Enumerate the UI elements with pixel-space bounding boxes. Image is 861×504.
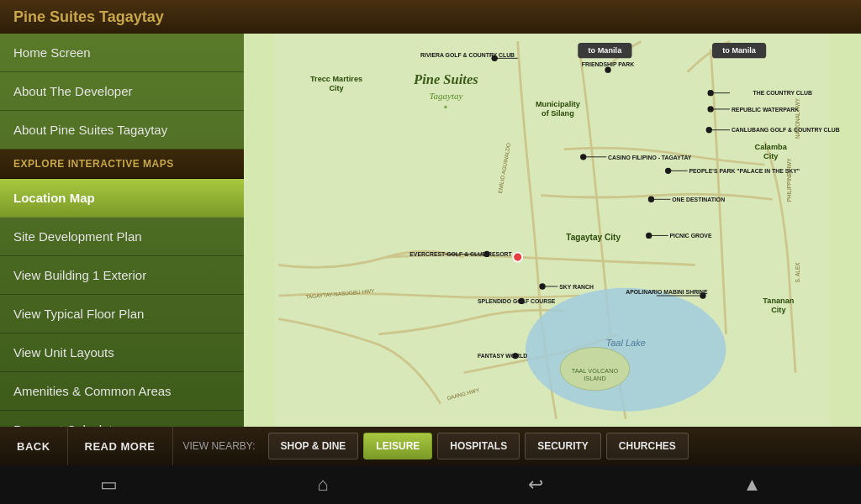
nearby-btn-security[interactable]: SECURITY [525,433,601,459]
read-more-button[interactable]: READ MORE [68,427,173,465]
svg-text:Trecc Martires: Trecc Martires [310,75,362,83]
svg-text:PHILIPPINE HWY: PHILIPPINE HWY [786,158,792,202]
app-title: Pine Suites Tagaytay [13,8,164,26]
sidebar-item-view-building-exterior[interactable]: View Building 1 Exterior [0,256,244,295]
map-area: Pine Suites Tagaytay ⁕ to Manila to Mani… [244,34,861,427]
sidebar-header-explore-header: EXPLORE INTERACTIVE MAPS [0,150,244,179]
svg-text:FRIENDSHIP PARK: FRIENDSHIP PARK [582,61,634,67]
svg-text:TAAL VOLCANO: TAAL VOLCANO [572,367,619,375]
nav-back-icon[interactable]: ↩ [511,467,560,502]
sidebar-item-location-map[interactable]: Location Map [0,179,244,218]
svg-text:Tagaytay City: Tagaytay City [566,233,621,242]
sidebar-item-site-development[interactable]: Site Development Plan [0,218,244,256]
svg-text:ONE DESTINATION: ONE DESTINATION [672,197,725,202]
svg-text:PICNIC GROVE: PICNIC GROVE [669,233,711,239]
bottom-bar: BACK READ MORE VIEW NEARBY: SHOP & DINEL… [0,427,861,465]
svg-text:RIVIERA GOLF & COUNTRY CLUB: RIVIERA GOLF & COUNTRY CLUB [420,52,515,58]
nearby-btn-churches[interactable]: CHURCHES [606,433,689,459]
svg-text:EVERCREST GOLF & CLUB RESORT: EVERCREST GOLF & CLUB RESORT [409,251,512,257]
svg-text:THE COUNTRY CLUB: THE COUNTRY CLUB [753,90,812,96]
svg-text:City: City [771,306,786,314]
svg-text:CANLUBANG GOLF & COUNTRY CLUB: CANLUBANG GOLF & COUNTRY CLUB [732,127,840,133]
svg-text:SKY RANCH: SKY RANCH [559,284,594,290]
sidebar-item-about-pine-suites[interactable]: About Pine Suites Tagaytay [0,111,244,150]
sidebar-item-amenities[interactable]: Amenities & Common Areas [0,372,244,411]
view-nearby-label: VIEW NEARBY: [173,440,266,452]
svg-text:FANTASY WORLD: FANTASY WORLD [478,353,527,359]
nav-home-icon[interactable]: ⌂ [300,467,345,502]
svg-text:Tananan: Tananan [763,297,794,305]
sidebar-item-about-developer[interactable]: About The Developer [0,72,244,111]
nearby-btn-leisure[interactable]: LEISURE [363,433,432,459]
svg-text:APOLINARIO MABINI SHRINE: APOLINARIO MABINI SHRINE [626,289,708,295]
svg-text:City: City [329,84,344,92]
sidebar-item-view-floor-plan[interactable]: View Typical Floor Plan [0,295,244,333]
svg-text:ISLAND: ISLAND [584,375,605,382]
svg-text:NATIONAL HWY: NATIONAL HWY [795,97,800,139]
svg-text:Tagaytay: Tagaytay [429,91,462,101]
svg-point-67 [513,253,522,262]
svg-text:PEOPLE'S PARK "PALACE IN THE S: PEOPLE'S PARK "PALACE IN THE SKY" [689,168,800,174]
svg-point-1 [526,288,726,412]
nav-menu-icon[interactable]: ▲ [726,467,778,502]
svg-text:SPLENDIDO GOLF COURSE: SPLENDIDO GOLF COURSE [478,298,556,304]
back-button[interactable]: BACK [0,427,68,465]
svg-text:Municipality: Municipality [536,100,581,108]
nearby-btn-shop-dine[interactable]: SHOP & DINE [268,433,359,459]
svg-text:Pine Suites: Pine Suites [413,71,478,87]
svg-point-13 [605,66,610,72]
svg-text:S. ALEX: S. ALEX [795,262,800,283]
sidebar-item-view-unit-layouts[interactable]: View Unit Layouts [0,333,244,372]
nav-recent-apps-icon[interactable]: ▭ [83,467,135,502]
svg-text:to Manila: to Manila [722,46,757,55]
svg-text:⁕: ⁕ [443,103,448,111]
svg-text:City: City [763,152,779,160]
svg-text:of Silang: of Silang [541,109,574,118]
android-nav-bar: ▭ ⌂ ↩ ▲ [0,465,861,504]
nearby-btn-hospitals[interactable]: HOSPITALS [437,433,520,459]
sidebar-item-payment-calculator[interactable]: Payment Calculator [0,411,244,427]
sidebar: Home ScreenAbout The DeveloperAbout Pine… [0,34,244,427]
svg-text:CASINO FILIPINO - TAGAYTAY: CASINO FILIPINO - TAGAYTAY [608,155,692,160]
svg-text:REPUBLIC WATERPARK: REPUBLIC WATERPARK [732,107,799,113]
nearby-buttons: SHOP & DINELEISUREHOSPITALSSECURITYCHURC… [266,433,691,459]
svg-text:Calamba: Calamba [755,143,788,151]
svg-text:to Manila: to Manila [589,46,623,55]
svg-text:Taal Lake: Taal Lake [606,338,646,348]
sidebar-item-home-screen[interactable]: Home Screen [0,34,244,72]
